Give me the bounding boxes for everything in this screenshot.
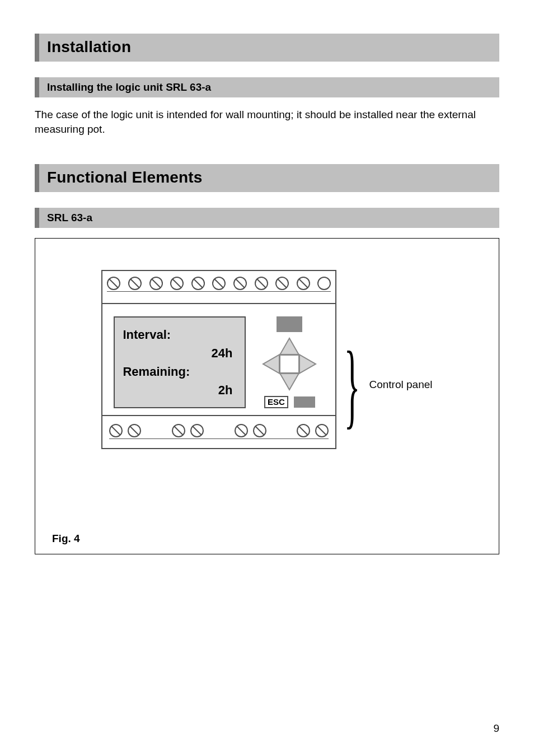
esc-button[interactable]: ESC	[264, 396, 288, 408]
top-terminal-row	[102, 271, 335, 303]
arrow-left-button[interactable]	[262, 353, 280, 375]
figure-caption: Fig. 4	[52, 533, 80, 545]
dpad	[259, 337, 320, 391]
display-screen: Interval: 24h Remaining: 2h	[114, 316, 246, 408]
terminal-icon	[233, 277, 247, 290]
terminal-icon	[107, 277, 120, 290]
terminal-icon	[128, 277, 142, 290]
subheading-srl-63a: SRL 63-a	[35, 208, 499, 228]
subheading-installing-logic-unit: Installing the logic unit SRL 63-a	[35, 77, 499, 97]
control-panel-area: Interval: 24h Remaining: 2h	[102, 303, 335, 416]
bottom-terminal-row	[102, 416, 335, 448]
arrow-right-button[interactable]	[298, 353, 317, 375]
screen-line-1-value: 24h	[123, 344, 237, 362]
terminal-icon	[190, 424, 204, 437]
arrow-up-button[interactable]	[279, 337, 300, 356]
terminal-icon	[149, 277, 163, 290]
screen-line-1-label: Interval:	[123, 325, 237, 344]
terminal-icon	[109, 424, 123, 437]
terminal-icon	[253, 424, 266, 437]
body-installation-text: The case of the logic unit is intended f…	[35, 108, 499, 136]
page-number: 9	[493, 722, 499, 735]
terminal-icon	[297, 277, 310, 290]
heading-functional-elements: Functional Elements	[35, 164, 499, 192]
terminal-icon	[191, 277, 205, 290]
keypad: ESC	[250, 316, 329, 408]
enter-rect-button[interactable]	[294, 396, 315, 408]
callout-control-panel: Control panel	[369, 379, 432, 391]
terminal-icon	[275, 277, 289, 290]
screen-line-2-label: Remaining:	[123, 362, 237, 381]
terminal-icon	[128, 424, 141, 437]
terminal-icon	[315, 424, 329, 437]
terminal-icon	[255, 277, 268, 290]
terminal-empty-icon	[317, 277, 331, 290]
device-panel: Interval: 24h Remaining: 2h	[101, 270, 336, 449]
screen-line-2-value: 2h	[123, 381, 237, 399]
terminal-icon	[212, 277, 226, 290]
terminal-icon	[297, 424, 310, 437]
arrow-down-button[interactable]	[279, 372, 300, 391]
terminal-icon	[170, 277, 184, 290]
figure-4-frame: Interval: 24h Remaining: 2h	[35, 238, 499, 554]
heading-installation: Installation	[35, 34, 499, 62]
terminal-icon	[235, 424, 248, 437]
terminal-icon	[172, 424, 185, 437]
top-rect-button[interactable]	[277, 316, 302, 332]
